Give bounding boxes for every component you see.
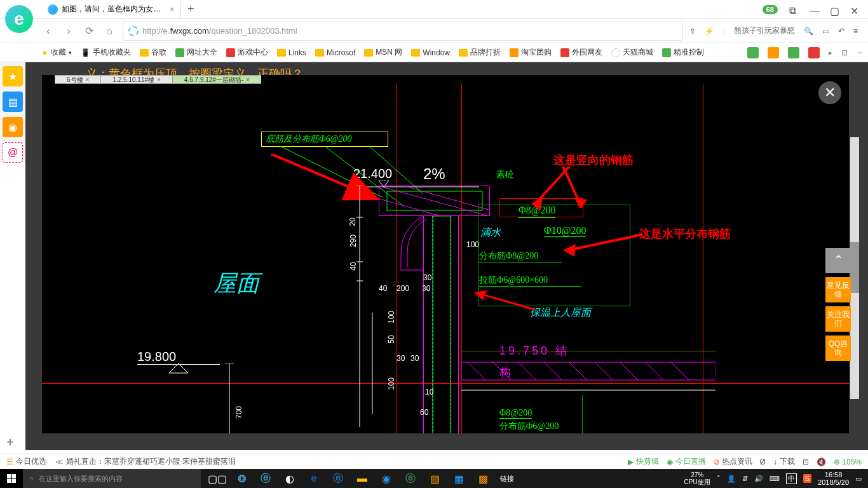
browser-logo[interactable]: e	[0, 0, 38, 38]
cad-tab-close-icon[interactable]: ×	[157, 76, 161, 83]
speed-badge[interactable]: 68	[763, 5, 778, 14]
bm-links[interactable]: Links	[277, 48, 306, 57]
cad-tab-3[interactable]: 4.6.7.9.12#一层砌墙-×	[172, 75, 261, 84]
reload-button[interactable]: ⟳	[82, 24, 96, 38]
sidebar-at[interactable]: @	[3, 142, 23, 163]
cad-canvas[interactable]: 底筋及分布筋Φ6@200 21.400 2% 素砼	[42, 84, 849, 433]
bm-mobile[interactable]: 📱手机收藏夹	[81, 47, 131, 58]
ext-icon-3[interactable]	[788, 47, 799, 58]
screenshot-icon[interactable]: ⧉	[789, 5, 798, 14]
tb-app-1[interactable]: ❂	[230, 469, 253, 488]
minimize-button[interactable]: —	[810, 5, 818, 14]
tb-app-2[interactable]: ⓔ	[254, 469, 277, 488]
cad-tab-close-icon[interactable]: ×	[246, 76, 250, 83]
tray-volume-icon[interactable]: 🔊	[754, 475, 763, 483]
promo-news[interactable]: ≪婚礼直击：宋慧乔穿蓬裙巧遮小腹 宋仲基甜蜜落泪	[55, 456, 236, 467]
maximize-button[interactable]: ▢	[830, 5, 839, 14]
ext-scan-icon[interactable]: ⊡	[841, 48, 848, 57]
share-icon[interactable]: ⇪	[689, 27, 696, 36]
close-button[interactable]: ✕	[850, 5, 859, 14]
cpu-meter[interactable]: 27%CPU使用	[684, 471, 710, 485]
scrollbar-thumb[interactable]	[850, 242, 859, 293]
follow-button[interactable]: 关注我们	[825, 306, 851, 332]
sidebar-news[interactable]: ▤	[3, 92, 23, 112]
tb-360-icon[interactable]: ⓔ	[399, 469, 422, 488]
feedback-button[interactable]: 意见反馈	[825, 277, 851, 302]
clock[interactable]: 16:582018/5/20	[818, 471, 849, 486]
ext-dropdown[interactable]: ▸	[829, 48, 832, 57]
cad-tab-1[interactable]: 6号楼×	[55, 75, 100, 84]
back-button[interactable]: ‹	[41, 24, 55, 38]
tb-app-3[interactable]: ◐	[278, 469, 301, 488]
bm-taobao[interactable]: 淘宝团购	[510, 47, 552, 58]
image-viewer-close[interactable]: ✕	[818, 81, 841, 104]
tb-edge-icon[interactable]: e	[302, 469, 325, 488]
tb-app-6[interactable]: ▩	[471, 469, 494, 488]
tb-folder-icon[interactable]: ▬	[351, 469, 374, 488]
promo-mute-icon[interactable]: 🔇	[817, 458, 826, 466]
bm-jingzhun[interactable]: 精准控制	[662, 47, 704, 58]
cad-tab-close-icon[interactable]: ×	[86, 76, 90, 83]
reader-icon[interactable]: ▭	[822, 27, 829, 36]
scroll-top-button[interactable]: ⌃	[825, 248, 851, 273]
address-bar[interactable]: http://e.fwxgx.com/question_1802003.html	[123, 22, 683, 41]
promo-download[interactable]: ↓ 下载	[773, 456, 795, 467]
search-icon[interactable]: 🔍	[804, 27, 813, 36]
promo-hot[interactable]: ⧉热点资讯	[714, 456, 752, 467]
svg-line-34	[671, 362, 689, 380]
scrollbar-vertical[interactable]	[850, 137, 859, 399]
bm-msn[interactable]: MSN 网	[364, 47, 402, 58]
bm-games[interactable]: 游戏中心	[226, 47, 268, 58]
tb-note-icon[interactable]: ▧	[423, 469, 446, 488]
notifications-icon[interactable]: ▭	[855, 475, 862, 483]
red-arrow-5	[474, 290, 538, 316]
tray-people-icon[interactable]: 👤	[727, 475, 736, 483]
tb-ie-icon[interactable]: ⓔ	[327, 469, 349, 488]
bm-label: 淘宝团购	[521, 47, 552, 58]
promo-pip[interactable]: ⊡	[803, 458, 809, 466]
ext-apps-icon[interactable]: ⁘	[857, 48, 863, 57]
bm-tmall[interactable]: 天猫商城	[611, 47, 653, 58]
bm-google[interactable]: 谷歌	[140, 47, 166, 58]
tb-app-5[interactable]: ▦	[447, 469, 470, 488]
url-text: http://e.fwxgx.com/question_1802003.html	[142, 26, 297, 36]
sidebar-add[interactable]: +	[0, 432, 20, 452]
home-button[interactable]: ⌂	[102, 24, 116, 38]
promo-clip[interactable]: ▶ 快剪辑	[628, 456, 659, 467]
ext-icon-1[interactable]	[747, 47, 759, 58]
bm-brand[interactable]: 品牌打折	[459, 47, 501, 58]
promo-block[interactable]: Ø	[760, 458, 766, 466]
taskbar-search[interactable]: ○在这里输入你要搜索的内容	[23, 469, 201, 488]
speed-icon[interactable]: ⚡	[705, 27, 714, 36]
qq-button[interactable]: QQ咨询	[825, 336, 851, 361]
tray-network-icon[interactable]: ⇵	[742, 475, 748, 483]
promo-live[interactable]: ◉ 今日直播	[667, 456, 706, 467]
bm-window[interactable]: Window	[411, 48, 450, 57]
sidebar-weibo[interactable]: ◉	[3, 117, 23, 137]
tb-app-4[interactable]: ◉	[375, 469, 398, 488]
quick-link[interactable]: 熊孩子引玩家暴怒	[734, 25, 795, 36]
task-view-icon[interactable]: ▢▢	[206, 469, 229, 488]
tray-keyboard-icon[interactable]: ⌨	[770, 475, 780, 483]
tray-sogou-icon[interactable]: S	[803, 474, 811, 483]
tb-link-label[interactable]: 链接	[496, 469, 519, 488]
forward-button[interactable]: ›	[62, 24, 76, 38]
tray-up-icon[interactable]: ˄	[717, 475, 721, 483]
tab-close-icon[interactable]: ×	[170, 5, 174, 14]
menu-icon[interactable]: ≡	[853, 27, 858, 36]
bm-waiguo[interactable]: 外围网友	[560, 47, 602, 58]
browser-tab[interactable]: 如图，请问，蓝色框内为女儿墙 ×	[41, 1, 181, 18]
cad-tab-2[interactable]: 1.2.5.10.11#楼×	[100, 75, 172, 84]
ext-icon-4[interactable]	[808, 47, 820, 58]
sidebar-favorites[interactable]: ★	[3, 66, 23, 86]
favorites-button[interactable]: ★收藏▾	[41, 47, 72, 58]
bm-sites[interactable]: 网址大全	[175, 47, 217, 58]
start-button[interactable]	[0, 469, 23, 488]
zoom-level[interactable]: ⊕ 105%	[834, 458, 862, 466]
ext-icon-2[interactable]	[768, 47, 779, 58]
promo-today[interactable]: ☰今日优选	[6, 456, 46, 467]
undo-icon[interactable]: ↶	[838, 27, 844, 36]
tray-ime-icon[interactable]: 中	[786, 473, 797, 484]
new-tab-button[interactable]: +	[181, 3, 201, 16]
bm-ms[interactable]: Microsof	[315, 48, 355, 57]
